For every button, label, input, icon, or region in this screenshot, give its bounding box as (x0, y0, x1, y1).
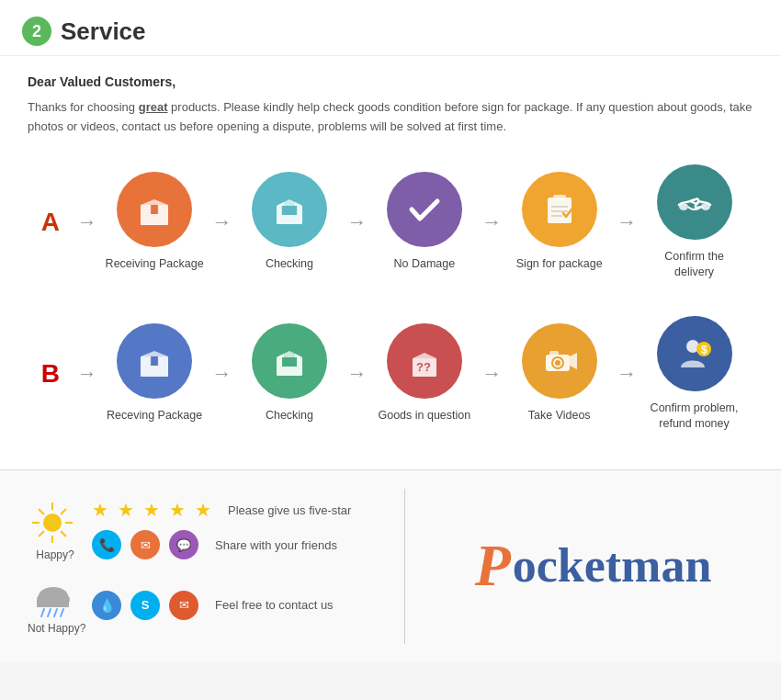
svg-rect-21 (151, 356, 158, 366)
sign-icon (538, 188, 581, 231)
circle-b5: $ (657, 316, 732, 391)
desc-great: great (139, 100, 168, 114)
question-icon: ?? (402, 338, 447, 384)
bottom-left: Happy? ★ ★ ★ ★ ★ Please give us five-sta… (0, 489, 404, 644)
not-happy-row: Not Happy? 💧 S ✉ Feel free to contact us (28, 576, 377, 635)
header: 2 Service (0, 0, 781, 56)
svg-marker-1 (141, 199, 168, 205)
svg-marker-27 (277, 354, 284, 357)
flow-item-b3: ?? Goods in question (374, 323, 474, 424)
svg-line-48 (39, 531, 44, 536)
flow-item-a5: Confirm the delivery (644, 164, 744, 281)
flow-item-b1: Receving Package (105, 323, 205, 424)
label-b1: Receving Package (107, 408, 202, 424)
label-b3: Goods in question (378, 408, 470, 424)
logo-area: P ocketman (404, 489, 781, 644)
circle-b4 (522, 323, 597, 399)
refund-icon: $ (672, 331, 718, 377)
star3: ★ (143, 499, 160, 521)
arrow-b0: → (77, 362, 97, 386)
arrow-b3: → (481, 362, 502, 386)
arrow-a2: → (346, 210, 367, 234)
flow-item-b2: Checking (240, 323, 340, 424)
happy-label: Happy? (28, 548, 83, 561)
page-title: Service (61, 17, 146, 46)
circle-a2 (252, 172, 327, 247)
arrow-a1: → (212, 210, 232, 234)
logo-p: P (475, 536, 511, 595)
star4: ★ (169, 499, 186, 521)
svg-text:$: $ (701, 344, 707, 356)
arrow-a0: → (77, 210, 97, 234)
svg-marker-36 (570, 353, 577, 369)
checking-b-icon (266, 337, 313, 385)
email-icon: ✉ (130, 530, 160, 559)
star1: ★ (92, 499, 108, 521)
flow-item-b5: $ Confirm problem,refund money (644, 316, 744, 433)
mail2-icon: ✉ (169, 591, 198, 620)
package-icon (131, 186, 177, 232)
label-b4: Take Videos (528, 408, 591, 424)
pocketman-logo: P ocketman (475, 536, 712, 595)
svg-point-17 (679, 203, 688, 210)
circle-a3 (387, 172, 462, 247)
sun-svg (28, 498, 78, 548)
bottom-section: Happy? ★ ★ ★ ★ ★ Please give us five-sta… (0, 469, 781, 662)
svg-line-45 (39, 509, 44, 514)
arrow-b2: → (346, 362, 367, 386)
circle-a1 (117, 172, 192, 247)
svg-line-47 (61, 509, 66, 514)
svg-rect-33 (549, 351, 559, 356)
label-a2: Checking (266, 256, 313, 273)
label-b5: Confirm problem,refund money (651, 401, 739, 433)
row-b-letter: B (37, 359, 64, 389)
chat-icon: 💬 (169, 530, 198, 559)
svg-rect-7 (282, 206, 297, 215)
flow-item-a1: Receiving Package (105, 172, 205, 273)
svg-line-53 (41, 609, 44, 616)
checkmark-icon (404, 189, 445, 230)
not-happy-label: Not Happy? (28, 622, 83, 635)
svg-line-54 (48, 609, 51, 616)
camera-icon (538, 340, 581, 382)
contact-row: 💧 S ✉ Feel free to contact us (92, 591, 334, 620)
flow-row-b: B → Receving Package → (28, 316, 753, 433)
svg-marker-11 (295, 202, 302, 206)
five-star-text: Please give us five-star (228, 503, 351, 517)
label-b2: Checking (266, 408, 313, 424)
label-a4: Sign for package (516, 256, 603, 273)
arrow-b1: → (212, 362, 232, 386)
svg-point-35 (555, 360, 560, 366)
step-number: 2 (22, 17, 51, 46)
svg-rect-52 (37, 600, 69, 607)
svg-rect-13 (553, 195, 566, 200)
circle-b3: ?? (387, 323, 462, 399)
star2: ★ (118, 499, 134, 521)
cloud-svg (28, 576, 78, 622)
skype-icon: S (130, 591, 160, 620)
cloud-icon: Not Happy? (28, 576, 83, 635)
svg-marker-28 (295, 354, 302, 357)
flow-item-a2: Checking (240, 172, 340, 273)
svg-line-46 (61, 531, 66, 536)
share-row: 📞 ✉ 💬 Share with your friends (92, 530, 351, 559)
svg-rect-12 (548, 198, 572, 223)
arrow-a3: → (481, 210, 502, 234)
logo-text: ocketman (513, 542, 712, 590)
svg-line-56 (61, 609, 63, 616)
flow-item-a3: No Damage (374, 172, 474, 273)
drop-icon: 💧 (92, 591, 121, 620)
circle-a5 (657, 164, 732, 240)
page-container: 2 Service Dear Valued Customers, Thanks … (0, 0, 781, 662)
row-a-letter: A (37, 208, 64, 237)
handshake-icon (672, 179, 718, 225)
svg-rect-2 (151, 205, 158, 214)
circle-b1 (117, 323, 192, 399)
arrow-b4: → (617, 362, 637, 386)
circle-b2 (252, 323, 327, 399)
flow-item-a4: Sign for package (509, 172, 609, 273)
label-a3: No Damage (393, 256, 455, 273)
phone-icon: 📞 (92, 530, 121, 559)
flow-row-a: A → Receiving Package → (28, 164, 753, 281)
svg-text:??: ?? (416, 360, 431, 374)
